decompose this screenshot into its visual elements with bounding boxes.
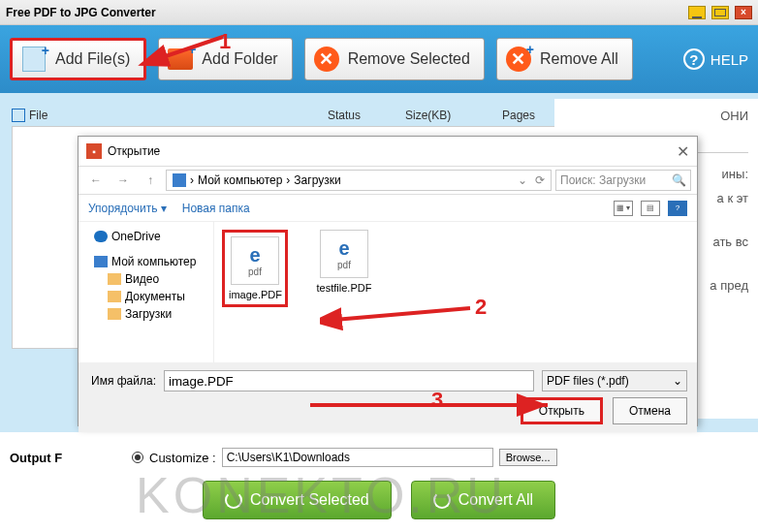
remove-x-icon: ✕ (313, 46, 340, 73)
column-file[interactable]: File (29, 109, 328, 122)
help-icon: ? (683, 48, 705, 70)
search-placeholder: Поиск: Загрузки (560, 173, 646, 187)
dialog-toolbar: Упорядочить ▾ Новая папка ▦ ▾ ▤ ? (79, 195, 697, 222)
dialog-title: Открытие (108, 144, 160, 158)
output-label: Output F (10, 451, 68, 465)
browse-button[interactable]: Browse... (499, 449, 557, 466)
file-name: image.PDF (229, 289, 282, 300)
customize-radio[interactable] (132, 452, 143, 463)
doc-plus-icon (20, 46, 47, 73)
add-folder-button[interactable]: Add Folder (158, 38, 292, 80)
chevron-down-icon: ⌄ (673, 374, 682, 388)
sidebar-text-1: ОНИ (564, 109, 748, 123)
dialog-titlebar: ▪ Открытие ✕ (79, 137, 697, 166)
add-folder-label: Add Folder (202, 50, 277, 68)
select-all-checkbox[interactable] (12, 109, 25, 122)
remove-selected-button[interactable]: ✕ Remove Selected (304, 38, 485, 80)
breadcrumb-sep: › (286, 173, 290, 187)
filetype-select[interactable]: PDF files (*.pdf)⌄ (542, 370, 687, 391)
folder-icon (108, 273, 121, 285)
file-item[interactable]: epdf testfile.PDF (311, 230, 377, 294)
filename-label: Имя файла: (88, 374, 156, 388)
breadcrumb-sep: › (190, 173, 194, 187)
search-icon: 🔍 (672, 173, 686, 187)
remove-all-button[interactable]: ✕ Remove All (496, 38, 633, 80)
main-toolbar: Add File(s) Add Folder ✕ Remove Selected… (0, 25, 758, 93)
breadcrumb[interactable]: › Мой компьютер › Загрузки ⌄ ⟳ (166, 170, 552, 191)
cancel-button[interactable]: Отмена (613, 397, 687, 424)
folder-tree: OneDrive Мой компьютер Видео Документы З… (79, 222, 214, 362)
up-button[interactable]: ↑ (139, 170, 162, 191)
dialog-body: OneDrive Мой компьютер Видео Документы З… (79, 222, 697, 362)
breadcrumb-folder[interactable]: Загрузки (294, 173, 340, 187)
dialog-bottom: Имя файла: PDF files (*.pdf)⌄ Открыть От… (79, 362, 697, 432)
tree-video[interactable]: Видео (84, 270, 207, 288)
output-path-input[interactable] (222, 448, 493, 467)
folder-plus-icon (167, 46, 194, 73)
window-controls: × (688, 6, 752, 19)
window-title: Free PDF to JPG Converter (6, 6, 156, 19)
add-files-label: Add File(s) (55, 50, 130, 68)
remove-selected-label: Remove Selected (348, 50, 470, 68)
view-icons-button[interactable]: ▦ ▾ (614, 201, 633, 216)
maximize-button[interactable] (711, 6, 729, 19)
view-list-button[interactable]: ▤ (641, 201, 660, 216)
tree-onedrive[interactable]: OneDrive (84, 228, 207, 245)
open-button[interactable]: Открыть (521, 397, 603, 424)
organize-menu[interactable]: Упорядочить ▾ (88, 202, 167, 215)
tree-computer[interactable]: Мой компьютер (84, 253, 207, 270)
help-label: HELP (711, 51, 748, 68)
tree-documents[interactable]: Документы (84, 288, 207, 305)
dialog-close-button[interactable]: ✕ (677, 142, 689, 161)
close-button[interactable]: × (735, 6, 752, 19)
remove-all-icon: ✕ (505, 46, 532, 73)
breadcrumb-root[interactable]: Мой компьютер (198, 173, 282, 187)
folder-icon (108, 308, 121, 320)
open-file-dialog: ▪ Открытие ✕ ← → ↑ › Мой компьютер › Заг… (78, 136, 698, 426)
customize-label: Customize : (149, 451, 216, 465)
pdf-icon: epdf (320, 230, 368, 278)
pdf-icon: epdf (231, 236, 279, 285)
minimize-button[interactable] (688, 6, 706, 19)
titlebar: Free PDF to JPG Converter × (0, 0, 758, 25)
computer-icon (173, 173, 186, 187)
help-link[interactable]: ? HELP (683, 48, 748, 70)
column-pages[interactable]: Pages (502, 109, 560, 122)
add-files-button[interactable]: Add File(s) (10, 38, 146, 80)
dialog-icon: ▪ (86, 143, 102, 159)
file-name: testfile.PDF (317, 282, 372, 294)
watermark: KONEKTO.RU (136, 466, 507, 524)
remove-all-label: Remove All (540, 50, 618, 68)
column-size[interactable]: Size(KB) (405, 109, 502, 122)
new-folder-button[interactable]: Новая папка (182, 202, 250, 215)
forward-button[interactable]: → (111, 170, 135, 191)
file-item-selected[interactable]: epdf image.PDF (222, 230, 288, 307)
back-button[interactable]: ← (84, 170, 108, 191)
help-dialog-icon[interactable]: ? (668, 201, 687, 216)
search-input[interactable]: Поиск: Загрузки 🔍 (555, 170, 691, 191)
column-status[interactable]: Status (328, 109, 405, 122)
cloud-icon (94, 231, 108, 242)
tree-downloads[interactable]: Загрузки (84, 305, 207, 323)
refresh-nav-icon[interactable]: ⟳ (535, 173, 545, 187)
file-view: epdf image.PDF epdf testfile.PDF (214, 222, 697, 362)
dialog-nav: ← → ↑ › Мой компьютер › Загрузки ⌄ ⟳ Пои… (79, 166, 697, 195)
folder-icon (108, 291, 121, 302)
chevron-down-icon[interactable]: ⌄ (518, 173, 527, 187)
computer-icon (94, 256, 108, 267)
filename-input[interactable] (164, 370, 534, 391)
